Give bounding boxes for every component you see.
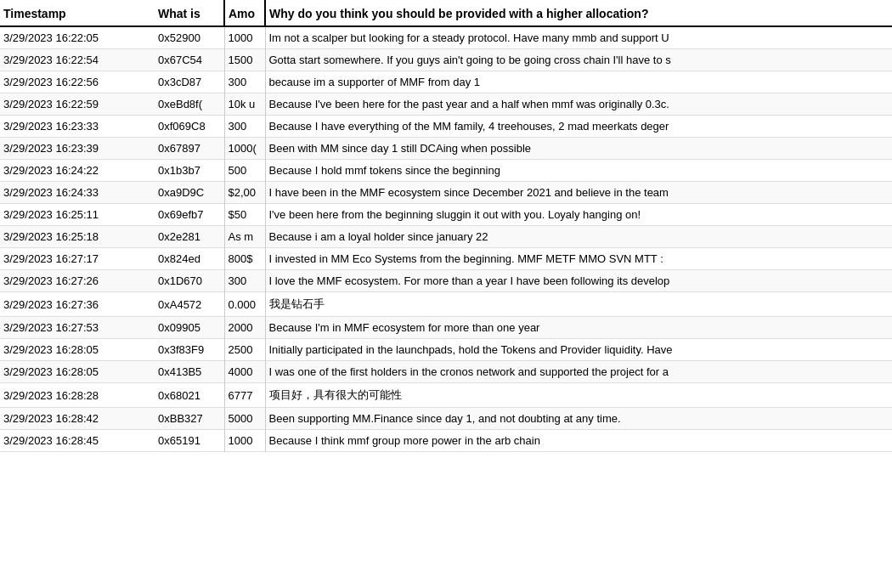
cell-reason: Because I think mmf group more power in …: [265, 430, 892, 452]
cell-timestamp: 3/29/2023 16:27:36: [0, 292, 155, 317]
cell-reason: Because I hold mmf tokens since the begi…: [265, 160, 892, 182]
cell-amount: 1000: [224, 26, 265, 49]
cell-whatis: 0xeBd8f(: [155, 93, 224, 116]
cell-reason: I have been in the MMF ecosystem since D…: [265, 182, 892, 204]
table-row: 3/29/2023 16:22:560x3cD87300because im a…: [0, 71, 892, 93]
cell-reason: I was one of the first holders in the cr…: [265, 361, 892, 383]
table-row: 3/29/2023 16:28:420xBB3275000Been suppor…: [0, 408, 892, 430]
cell-reason: I invested in MM Eco Systems from the be…: [265, 248, 892, 270]
table-row: 3/29/2023 16:23:330xf069C8300Because I h…: [0, 116, 892, 138]
cell-timestamp: 3/29/2023 16:27:53: [0, 317, 155, 339]
cell-reason: Im not a scalper but looking for a stead…: [265, 26, 892, 49]
cell-amount: 0.000: [224, 292, 265, 317]
table-row: 3/29/2023 16:24:220x1b3b7500Because I ho…: [0, 160, 892, 182]
cell-whatis: 0x09905: [155, 317, 224, 339]
cell-reason: 我是钻石手: [265, 292, 892, 317]
cell-timestamp: 3/29/2023 16:28:05: [0, 361, 155, 383]
cell-timestamp: 3/29/2023 16:27:17: [0, 248, 155, 270]
header-amount: Amo: [224, 0, 265, 26]
cell-amount: $50: [224, 204, 265, 226]
cell-whatis: 0x413B5: [155, 361, 224, 383]
cell-timestamp: 3/29/2023 16:23:39: [0, 138, 155, 160]
cell-timestamp: 3/29/2023 16:22:54: [0, 49, 155, 71]
cell-whatis: 0x1D670: [155, 270, 224, 292]
table-row: 3/29/2023 16:28:280x680216777项目好，具有很大的可能…: [0, 383, 892, 408]
cell-reason: Because I have everything of the MM fami…: [265, 116, 892, 138]
cell-reason: Been supporting MM.Finance since day 1, …: [265, 408, 892, 430]
table-row: 3/29/2023 16:27:530x099052000Because I'm…: [0, 317, 892, 339]
cell-whatis: 0xA4572: [155, 292, 224, 317]
cell-reason: because im a supporter of MMF from day 1: [265, 71, 892, 93]
cell-amount: 2500: [224, 339, 265, 361]
cell-timestamp: 3/29/2023 16:23:33: [0, 116, 155, 138]
cell-amount: 5000: [224, 408, 265, 430]
cell-reason: Because i am a loyal holder since januar…: [265, 226, 892, 248]
cell-whatis: 0x68021: [155, 383, 224, 408]
cell-timestamp: 3/29/2023 16:22:59: [0, 93, 155, 116]
cell-amount: 6777: [224, 383, 265, 408]
cell-amount: 500: [224, 160, 265, 182]
cell-reason: Initially participated in the launchpads…: [265, 339, 892, 361]
cell-whatis: 0x824ed: [155, 248, 224, 270]
table-row: 3/29/2023 16:22:050x529001000Im not a sc…: [0, 26, 892, 49]
cell-whatis: 0x69efb7: [155, 204, 224, 226]
cell-timestamp: 3/29/2023 16:24:33: [0, 182, 155, 204]
data-table: Timestamp What is Amo Why do you think y…: [0, 0, 892, 452]
cell-timestamp: 3/29/2023 16:22:05: [0, 26, 155, 49]
cell-whatis: 0x3f83F9: [155, 339, 224, 361]
header-timestamp: Timestamp: [0, 0, 155, 26]
table-row: 3/29/2023 16:22:590xeBd8f(10k uBecause I…: [0, 93, 892, 116]
cell-timestamp: 3/29/2023 16:25:11: [0, 204, 155, 226]
cell-whatis: 0x67C54: [155, 49, 224, 71]
table-row: 3/29/2023 16:25:110x69efb7$50I've been h…: [0, 204, 892, 226]
cell-amount: 300: [224, 71, 265, 93]
cell-amount: 1500: [224, 49, 265, 71]
cell-timestamp: 3/29/2023 16:28:28: [0, 383, 155, 408]
table-row: 3/29/2023 16:25:180x2e281As mBecause i a…: [0, 226, 892, 248]
cell-timestamp: 3/29/2023 16:28:45: [0, 430, 155, 452]
cell-whatis: 0xf069C8: [155, 116, 224, 138]
cell-amount: 300: [224, 116, 265, 138]
cell-reason: Been with MM since day 1 still DCAing wh…: [265, 138, 892, 160]
cell-timestamp: 3/29/2023 16:25:18: [0, 226, 155, 248]
cell-reason: I love the MMF ecosystem. For more than …: [265, 270, 892, 292]
cell-timestamp: 3/29/2023 16:22:56: [0, 71, 155, 93]
table-row: 3/29/2023 16:28:050x413B54000I was one o…: [0, 361, 892, 383]
table-row: 3/29/2023 16:27:170x824ed800$I invested …: [0, 248, 892, 270]
table-row: 3/29/2023 16:23:390x678971000(Been with …: [0, 138, 892, 160]
cell-timestamp: 3/29/2023 16:24:22: [0, 160, 155, 182]
cell-timestamp: 3/29/2023 16:27:26: [0, 270, 155, 292]
cell-timestamp: 3/29/2023 16:28:42: [0, 408, 155, 430]
cell-amount: 300: [224, 270, 265, 292]
cell-whatis: 0x67897: [155, 138, 224, 160]
cell-reason: 项目好，具有很大的可能性: [265, 383, 892, 408]
cell-whatis: 0x1b3b7: [155, 160, 224, 182]
header-reason: Why do you think you should be provided …: [265, 0, 892, 26]
main-table-container: Timestamp What is Amo Why do you think y…: [0, 0, 892, 452]
cell-whatis: 0x3cD87: [155, 71, 224, 93]
cell-amount: As m: [224, 226, 265, 248]
table-row: 3/29/2023 16:28:050x3f83F92500Initially …: [0, 339, 892, 361]
cell-reason: Because I've been here for the past year…: [265, 93, 892, 116]
cell-whatis: 0x2e281: [155, 226, 224, 248]
cell-whatis: 0xa9D9C: [155, 182, 224, 204]
table-row: 3/29/2023 16:24:330xa9D9C$2,00I have bee…: [0, 182, 892, 204]
cell-whatis: 0x52900: [155, 26, 224, 49]
cell-reason: I've been here from the beginning sluggi…: [265, 204, 892, 226]
cell-timestamp: 3/29/2023 16:28:05: [0, 339, 155, 361]
cell-reason: Because I'm in MMF ecosystem for more th…: [265, 317, 892, 339]
table-row: 3/29/2023 16:22:540x67C541500Gotta start…: [0, 49, 892, 71]
header-whatis: What is: [155, 0, 224, 26]
cell-reason: Gotta start somewhere. If you guys ain't…: [265, 49, 892, 71]
table-row: 3/29/2023 16:27:360xA45720.000我是钻石手: [0, 292, 892, 317]
cell-amount: 800$: [224, 248, 265, 270]
cell-amount: 4000: [224, 361, 265, 383]
table-header-row: Timestamp What is Amo Why do you think y…: [0, 0, 892, 26]
cell-amount: 2000: [224, 317, 265, 339]
cell-amount: 1000(: [224, 138, 265, 160]
cell-whatis: 0x65191: [155, 430, 224, 452]
cell-amount: 10k u: [224, 93, 265, 116]
cell-whatis: 0xBB327: [155, 408, 224, 430]
cell-amount: 1000: [224, 430, 265, 452]
table-row: 3/29/2023 16:28:450x651911000Because I t…: [0, 430, 892, 452]
